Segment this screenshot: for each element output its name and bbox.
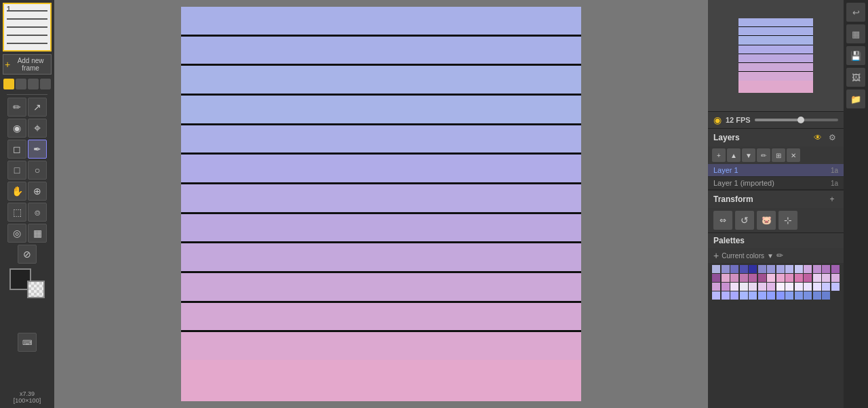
palette-cell-10[interactable] (804, 265, 812, 273)
palette-cell-34[interactable] (767, 283, 775, 291)
add-frame-button[interactable]: + Add new frame (3, 54, 52, 75)
palette-edit-icon[interactable]: ✏ (776, 251, 783, 260)
palette-cell-14[interactable] (712, 274, 720, 282)
palette-cell-17[interactable] (740, 274, 748, 282)
layer-item-2[interactable]: Layer 1 (imported) 1a (708, 177, 844, 190)
image-icon[interactable]: 🖼 (846, 68, 865, 87)
frame-type-1[interactable] (3, 79, 14, 89)
palette-cell-35[interactable] (776, 283, 785, 291)
rotate-btn[interactable]: ↺ (735, 211, 754, 230)
palette-cell-0[interactable] (712, 265, 720, 273)
palette-cell-54[interactable] (822, 291, 830, 300)
palette-add-icon[interactable]: + (713, 250, 719, 261)
palette-cell-29[interactable] (722, 283, 730, 291)
palette-cell-23[interactable] (795, 274, 803, 282)
palette-cell-3[interactable] (740, 265, 748, 273)
palette-cell-45[interactable] (740, 291, 748, 300)
frame-type-2[interactable] (16, 79, 26, 89)
ellipse-tool[interactable]: ○ (28, 161, 47, 180)
palette-cell-32[interactable] (749, 283, 757, 291)
palette-cell-2[interactable] (730, 265, 738, 273)
flip-h-btn[interactable]: ⇔ (713, 211, 732, 230)
palette-cell-4[interactable] (749, 265, 757, 273)
grid-icon[interactable]: ▦ (846, 24, 865, 43)
layers-settings-icon[interactable]: ⚙ (826, 131, 838, 144)
palette-cell-30[interactable] (730, 283, 738, 291)
palette-cell-42[interactable] (712, 291, 720, 300)
palette-cell-51[interactable] (795, 291, 803, 300)
pencil-tool[interactable]: ✏ (7, 98, 26, 117)
palette-cell-15[interactable] (722, 274, 730, 282)
palette-cell-31[interactable] (740, 283, 748, 291)
add-layer-btn[interactable]: + (712, 148, 726, 162)
transform-add-icon[interactable]: + (826, 193, 838, 205)
palette-cell-21[interactable] (776, 274, 785, 282)
lasso-tool[interactable]: ⌖ (28, 119, 47, 138)
palette-cell-47[interactable] (758, 291, 766, 300)
save-icon[interactable]: 💾 (846, 46, 865, 65)
palette-cell-11[interactable] (813, 265, 821, 273)
hand-tool[interactable]: ✋ (7, 182, 26, 201)
palette-cell-1[interactable] (722, 265, 730, 273)
palette-cell-16[interactable] (730, 274, 738, 282)
palette-cell-13[interactable] (831, 265, 840, 273)
frame-type-3[interactable] (28, 79, 39, 89)
dropper2-tool[interactable]: ⊘ (18, 245, 37, 264)
palette-cell-44[interactable] (730, 291, 738, 300)
pen-tool[interactable]: ✒ (28, 140, 47, 159)
edit-layer-btn[interactable]: ✏ (757, 148, 770, 162)
palette-cell-46[interactable] (749, 291, 757, 300)
frame-thumbnail[interactable]: 1 (3, 3, 52, 52)
transform-free-btn[interactable]: ⊹ (778, 211, 797, 230)
eyedropper-tool[interactable]: ⊕ (28, 182, 47, 201)
move-up-btn[interactable]: ▲ (727, 148, 741, 162)
palette-cell-7[interactable] (776, 265, 785, 273)
fps-slider[interactable] (755, 119, 838, 121)
palette-cell-49[interactable] (776, 291, 785, 300)
palette-cell-22[interactable] (785, 274, 793, 282)
folder-icon[interactable]: 📁 (846, 89, 865, 108)
palette-cell-48[interactable] (767, 291, 775, 300)
fill-tool[interactable]: ◉ (7, 119, 26, 138)
palette-cell-41[interactable] (831, 283, 840, 291)
palette-cell-9[interactable] (795, 265, 803, 273)
lasso-select-tool[interactable]: ⌾ (28, 203, 47, 222)
palette-cell-5[interactable] (758, 265, 766, 273)
palette-cell-19[interactable] (758, 274, 766, 282)
visibility-icon[interactable]: 👁 (812, 131, 824, 144)
palette-cell-37[interactable] (795, 283, 803, 291)
move-down-btn[interactable]: ▼ (742, 148, 755, 162)
eraser-tool[interactable]: ◻ (7, 140, 26, 159)
background-color[interactable] (27, 281, 45, 298)
undo-icon[interactable]: ↩ (846, 3, 865, 22)
palette-cell-6[interactable] (767, 265, 775, 273)
merge-layer-btn[interactable]: ⊞ (772, 148, 785, 162)
palette-cell-50[interactable] (785, 291, 793, 300)
palette-dropdown-icon[interactable]: ▼ (767, 252, 774, 260)
palette-cell-28[interactable] (712, 283, 720, 291)
palette-cell-8[interactable] (785, 265, 793, 273)
cursor-tool[interactable]: ↗ (28, 98, 47, 117)
checker-tool[interactable]: ▦ (28, 224, 47, 243)
palette-cell-12[interactable] (822, 265, 830, 273)
palette-cell-36[interactable] (785, 283, 793, 291)
palette-cell-18[interactable] (749, 274, 757, 282)
palette-cell-40[interactable] (822, 283, 830, 291)
keyboard-shortcut-tool[interactable]: ⌨ (18, 333, 37, 352)
drawing-canvas[interactable] (181, 7, 581, 401)
globe-tool[interactable]: ◎ (7, 224, 26, 243)
flip-v-btn[interactable]: 🐷 (757, 211, 776, 230)
palette-cell-52[interactable] (804, 291, 812, 300)
palette-cell-38[interactable] (804, 283, 812, 291)
layer-item-1[interactable]: Layer 1 1a (708, 164, 844, 177)
frame-type-4[interactable] (40, 79, 51, 89)
palette-cell-43[interactable] (722, 291, 730, 300)
palette-cell-24[interactable] (804, 274, 812, 282)
palette-cell-27[interactable] (831, 274, 840, 282)
palette-cell-25[interactable] (813, 274, 821, 282)
palette-cell-33[interactable] (758, 283, 766, 291)
rect-tool[interactable]: □ (7, 161, 26, 180)
delete-layer-btn[interactable]: ✕ (787, 148, 800, 162)
palette-cell-39[interactable] (813, 283, 821, 291)
palette-cell-20[interactable] (767, 274, 775, 282)
